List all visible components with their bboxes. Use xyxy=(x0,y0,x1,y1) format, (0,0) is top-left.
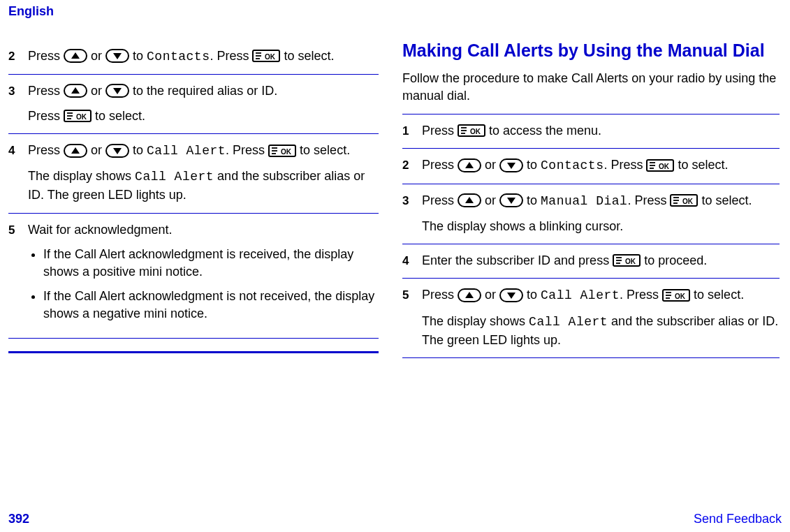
up-arrow-button-icon xyxy=(458,158,481,172)
procedure-step: 4Enter the subscriber ID and press OK to… xyxy=(402,244,780,279)
step-text: . Press xyxy=(604,158,646,172)
step-body: Press OK to access the menu. xyxy=(422,121,780,140)
step-bullet-list: If the Call Alert acknowledgment is rece… xyxy=(28,246,379,323)
step-text: or xyxy=(481,288,499,302)
step-number: 4 xyxy=(8,141,28,204)
procedure-step: 3Press or to the required alias or ID.Pr… xyxy=(8,75,379,134)
page-number: 392 xyxy=(8,512,29,526)
svg-text:OK: OK xyxy=(675,292,686,300)
step-text: to select. xyxy=(92,109,145,123)
right-column: Making Call Alerts by Using the Manual D… xyxy=(402,40,780,358)
step-text: . Press xyxy=(620,288,662,302)
step-line: Press or to Call Alert. Press OK to sele… xyxy=(422,286,780,304)
svg-text:OK: OK xyxy=(682,197,694,205)
svg-text:OK: OK xyxy=(76,113,87,121)
step-line: Press OK to select. xyxy=(28,107,379,125)
down-arrow-button-icon xyxy=(105,84,129,98)
step-number: 1 xyxy=(402,121,422,140)
step-text: to access the menu. xyxy=(485,124,601,138)
step-text: to xyxy=(523,158,541,172)
menu-ok-button-icon: OK xyxy=(670,194,698,207)
step-body: Press or to Call Alert. Press OK to sele… xyxy=(422,286,780,348)
section-end-rule xyxy=(8,351,379,353)
step-line: Press or to Manual Dial. Press OK to sel… xyxy=(422,191,780,210)
up-arrow-button-icon xyxy=(64,84,87,98)
up-arrow-button-icon xyxy=(458,193,481,207)
step-text: Press xyxy=(422,193,458,207)
menu-item-text: Call Alert xyxy=(147,144,226,158)
step-body: Press or to Call Alert. Press OK to sele… xyxy=(28,141,379,204)
procedure-step: 2Press or to Contacts. Press OK to selec… xyxy=(8,40,379,75)
menu-item-text: Contacts xyxy=(541,158,604,172)
step-number: 5 xyxy=(8,221,28,330)
page-footer: 392 Send Feedback xyxy=(8,512,782,526)
menu-item-text: Call Alert xyxy=(529,315,608,329)
step-body: Press or to Contacts. Press OK to select… xyxy=(28,47,379,66)
step-text: to select. xyxy=(674,158,728,172)
menu-ok-button-icon: OK xyxy=(268,145,296,157)
step-text: Press xyxy=(28,49,64,63)
step-text: . Press xyxy=(226,143,268,157)
procedure-step: 2Press or to Contacts. Press OK to selec… xyxy=(402,149,780,184)
procedure-step: 3Press or to Manual Dial. Press OK to se… xyxy=(402,184,780,244)
send-feedback-link[interactable]: Send Feedback xyxy=(694,512,782,526)
step-body: Press or to Manual Dial. Press OK to sel… xyxy=(422,191,780,235)
down-arrow-button-icon xyxy=(499,193,523,207)
svg-text:OK: OK xyxy=(659,162,670,170)
step-text: Wait for acknowledgment. xyxy=(28,221,379,239)
step-text: to xyxy=(523,193,541,207)
procedure-step: 4Press or to Call Alert. Press OK to sel… xyxy=(8,134,379,213)
svg-text:OK: OK xyxy=(281,147,292,155)
step-text: Press xyxy=(28,143,64,157)
step-text: to select. xyxy=(280,49,334,63)
step-text: or xyxy=(87,84,105,98)
step-body: Enter the subscriber ID and press OK to … xyxy=(422,251,780,270)
svg-text:OK: OK xyxy=(470,128,481,135)
up-arrow-button-icon xyxy=(64,144,87,158)
step-text: Press xyxy=(422,124,458,138)
menu-ok-button-icon: OK xyxy=(646,159,674,172)
step-body: Wait for acknowledgment.If the Call Aler… xyxy=(28,221,379,330)
step-text: Press xyxy=(28,84,64,98)
section-intro: Follow the procedure to make Call Alerts… xyxy=(402,70,780,104)
step-line: Press or to the required alias or ID. xyxy=(28,82,379,100)
step-text: . Press xyxy=(210,49,252,63)
step-text: Press xyxy=(28,109,64,123)
step-text: to the required alias or ID. xyxy=(129,84,277,98)
procedure-step: 1Press OK to access the menu. xyxy=(402,114,780,149)
step-text: or xyxy=(481,193,499,207)
step-line: Press or to Call Alert. Press OK to sele… xyxy=(28,141,379,160)
step-text: to select. xyxy=(296,143,350,157)
menu-ok-button-icon: OK xyxy=(252,50,280,62)
step-text: The display shows xyxy=(422,314,529,328)
step-line: Enter the subscriber ID and press OK to … xyxy=(422,251,780,269)
section-heading: Making Call Alerts by Using the Manual D… xyxy=(402,40,780,61)
step-text: Enter the subscriber ID and press xyxy=(422,253,613,267)
up-arrow-button-icon xyxy=(64,49,87,63)
menu-ok-button-icon: OK xyxy=(662,289,690,302)
step-text: to proceed. xyxy=(641,253,707,267)
step-line: The display shows Call Alert and the sub… xyxy=(28,167,379,204)
step-line: Press or to Contacts. Press OK to select… xyxy=(422,156,780,175)
step-text: . Press xyxy=(627,193,670,207)
step-number: 2 xyxy=(8,47,28,66)
procedure-step: 5Press or to Call Alert. Press OK to sel… xyxy=(402,279,780,357)
step-text: Press xyxy=(422,158,458,172)
step-text: to select. xyxy=(698,193,752,207)
step-text: The display shows a blinking cursor. xyxy=(422,219,623,233)
step-line: Press OK to access the menu. xyxy=(422,121,780,140)
procedure-step: 5Wait for acknowledgment.If the Call Ale… xyxy=(8,214,379,339)
menu-ok-button-icon: OK xyxy=(458,124,485,137)
step-text: Press xyxy=(422,288,458,302)
step-line: The display shows Call Alert and the sub… xyxy=(422,312,780,349)
step-text: to select. xyxy=(690,288,744,302)
menu-ok-button-icon: OK xyxy=(613,254,641,267)
step-text: to xyxy=(523,288,541,302)
up-arrow-button-icon xyxy=(458,288,481,302)
step-text: or xyxy=(481,158,499,172)
down-arrow-button-icon xyxy=(105,144,129,158)
left-column: 2Press or to Contacts. Press OK to selec… xyxy=(8,40,379,358)
step-text: The display shows xyxy=(28,169,135,183)
menu-item-text: Manual Dial xyxy=(541,194,627,208)
right-steps: 1Press OK to access the menu.2Press or t… xyxy=(402,114,780,358)
